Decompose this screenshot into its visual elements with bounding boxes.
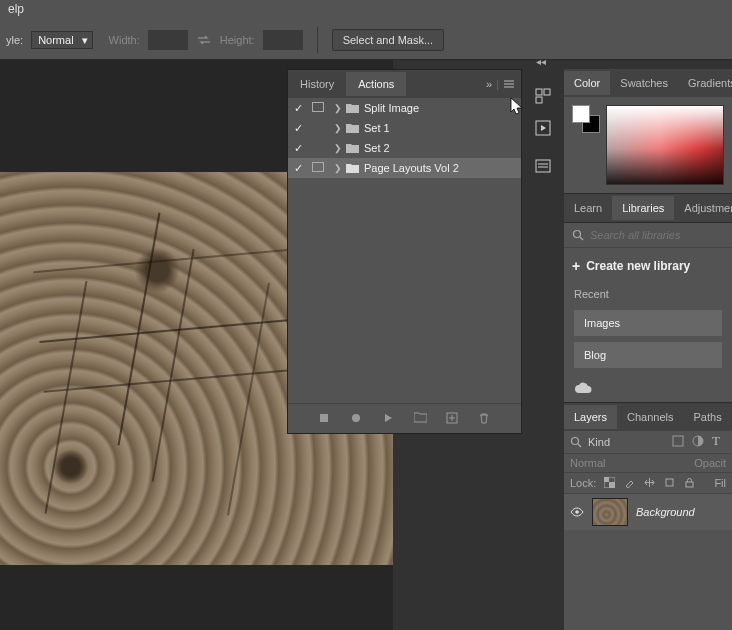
library-item[interactable]: Images: [574, 310, 722, 336]
check-icon[interactable]: ✓: [288, 122, 308, 135]
svg-rect-16: [686, 482, 693, 487]
expand-icon[interactable]: »: [486, 78, 492, 90]
svg-point-17: [575, 510, 579, 514]
color-panel-body: [564, 97, 732, 193]
lock-artboard-icon[interactable]: [664, 477, 676, 489]
tab-channels[interactable]: Channels: [617, 405, 683, 429]
swap-dimensions-icon[interactable]: [196, 32, 212, 48]
lock-all-icon[interactable]: [684, 477, 696, 489]
play-icon[interactable]: [382, 412, 396, 426]
opacity-label[interactable]: Opacit: [694, 457, 726, 469]
action-name: Page Layouts Vol 2: [364, 162, 521, 174]
height-input[interactable]: [263, 30, 303, 50]
folder-icon: [346, 103, 364, 114]
cloud-icon[interactable]: [564, 374, 732, 402]
lock-position-icon[interactable]: [644, 477, 656, 489]
tab-paths[interactable]: Paths: [684, 405, 732, 429]
libraries-search[interactable]: [564, 223, 732, 248]
fg-bg-swatch[interactable]: [572, 105, 600, 133]
filter-type-icon[interactable]: T: [712, 435, 726, 449]
actions-list: ✓ ❯ Split Image ✓ ❯ Set 1 ✓ ❯ Set 2 ✓ ❯ …: [288, 98, 521, 403]
layer-row[interactable]: Background: [564, 494, 732, 530]
lock-transparent-icon[interactable]: [604, 477, 616, 489]
folder-icon: [346, 143, 364, 154]
svg-rect-0: [320, 414, 328, 422]
collapse-panels-icon[interactable]: ◂◂: [536, 56, 546, 67]
action-row[interactable]: ✓ ❯ Split Image: [288, 98, 521, 118]
play-panel-icon[interactable]: [534, 119, 552, 137]
tab-gradients[interactable]: Gradients: [678, 71, 732, 95]
action-row[interactable]: ✓ ❯ Set 2: [288, 138, 521, 158]
foreground-color-swatch[interactable]: [572, 105, 590, 123]
action-row[interactable]: ✓ ❯ Set 1: [288, 118, 521, 138]
tab-swatches[interactable]: Swatches: [610, 71, 678, 95]
library-item[interactable]: Blog: [574, 342, 722, 368]
action-name: Set 2: [364, 142, 521, 154]
expand-arrow-icon[interactable]: ❯: [328, 123, 346, 133]
tab-adjustments[interactable]: Adjustments: [674, 196, 732, 220]
tab-libraries[interactable]: Libraries: [612, 196, 674, 220]
kind-label[interactable]: Kind: [588, 436, 610, 448]
check-icon[interactable]: ✓: [288, 162, 308, 175]
libraries-search-input[interactable]: [590, 229, 729, 241]
panel-menu-icon[interactable]: [503, 78, 515, 90]
svg-point-8: [574, 231, 581, 238]
filter-adjust-icon[interactable]: [692, 435, 706, 449]
layer-thumbnail[interactable]: [592, 498, 628, 526]
menu-help[interactable]: elp: [8, 2, 24, 16]
select-and-mask-button[interactable]: Select and Mask...: [332, 29, 445, 51]
panel-icon[interactable]: [534, 87, 552, 105]
recent-label: Recent: [564, 284, 732, 304]
dialog-toggle[interactable]: [308, 162, 328, 174]
tab-history[interactable]: History: [288, 72, 346, 96]
lock-row: Lock: Fil: [564, 473, 732, 494]
new-set-icon[interactable]: [414, 412, 428, 426]
panel-icon-2[interactable]: [534, 157, 552, 175]
dialog-toggle[interactable]: [308, 102, 328, 114]
search-icon[interactable]: [570, 436, 582, 448]
color-panel-tabs: Color Swatches Gradients: [564, 69, 732, 97]
create-library-button[interactable]: + Create new library: [564, 248, 732, 284]
stop-icon[interactable]: [318, 412, 332, 426]
check-icon[interactable]: ✓: [288, 102, 308, 115]
lock-paint-icon[interactable]: [624, 477, 636, 489]
tab-actions[interactable]: Actions: [346, 72, 406, 96]
svg-rect-14: [609, 482, 615, 488]
height-label: Height:: [220, 34, 255, 46]
layers-body: Kind T Normal Opacit Lock: Fil Bac: [564, 431, 732, 630]
libraries-body: + Create new library Recent Images Blog: [564, 222, 732, 402]
action-name: Set 1: [364, 122, 521, 134]
svg-rect-15: [666, 479, 673, 486]
folder-icon: [346, 123, 364, 134]
trash-icon[interactable]: [478, 412, 492, 426]
tab-learn[interactable]: Learn: [564, 196, 612, 220]
lock-label: Lock:: [570, 477, 596, 489]
expand-arrow-icon[interactable]: ❯: [328, 103, 346, 113]
check-icon[interactable]: ✓: [288, 142, 308, 155]
filter-image-icon[interactable]: [672, 435, 686, 449]
tab-layers[interactable]: Layers: [564, 405, 617, 429]
layer-filter-row: Kind T: [564, 431, 732, 454]
search-icon: [572, 229, 584, 241]
actions-panel-tabs: History Actions » |: [288, 70, 521, 98]
style-select[interactable]: Normal: [31, 31, 92, 49]
libraries-panel-tabs: Learn Libraries Adjustments: [564, 194, 732, 222]
tab-color[interactable]: Color: [564, 71, 610, 95]
action-row[interactable]: ✓ ❯ Page Layouts Vol 2: [288, 158, 521, 178]
blend-mode-select[interactable]: Normal: [570, 457, 605, 469]
style-label: yle:: [6, 34, 23, 46]
fill-label[interactable]: Fil: [714, 477, 726, 489]
layer-name[interactable]: Background: [636, 506, 695, 518]
svg-rect-4: [544, 89, 550, 95]
color-spectrum[interactable]: [606, 105, 724, 185]
options-bar: yle: Normal Width: Height: Select and Ma…: [0, 20, 732, 60]
plus-icon: +: [572, 258, 580, 274]
vertical-dock: [528, 69, 558, 175]
expand-arrow-icon[interactable]: ❯: [328, 143, 346, 153]
expand-arrow-icon[interactable]: ❯: [328, 163, 346, 173]
width-input[interactable]: [148, 30, 188, 50]
record-icon[interactable]: [350, 412, 364, 426]
visibility-icon[interactable]: [570, 507, 584, 517]
layers-panel-tabs: Layers Channels Paths: [564, 403, 732, 431]
new-action-icon[interactable]: [446, 412, 460, 426]
